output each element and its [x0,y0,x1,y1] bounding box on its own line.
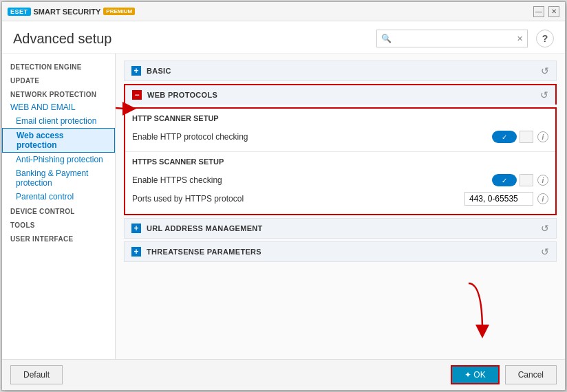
minimize-button[interactable]: — [533,6,544,17]
url-mgmt-refresh-icon[interactable]: ↺ [541,223,549,234]
section-web-protocols[interactable]: − WEB PROTOCOLS ↺ [124,84,557,105]
sidebar-section-network: NETWORK PROTECTION [2,87,115,100]
web-protocols-collapse-icon[interactable]: − [132,90,142,100]
ports-https-input[interactable] [464,192,533,206]
sidebar-item-email-client[interactable]: Email client protection [2,114,115,128]
web-protocols-wrapper: − WEB PROTOCOLS ↺ HTTP SCANNER SETUP Ena… [124,84,557,215]
url-mgmt-label: URL ADDRESS MANAGEMENT [147,224,263,232]
footer: Default ✦ OK Cancel [2,359,565,390]
toggle-check-icon: ✓ [502,133,507,141]
basic-refresh-icon[interactable]: ↺ [541,65,549,76]
enable-https-label: Enable HTTPS checking [132,175,492,185]
ports-https-row: Ports used by HTTPS protocol i [132,189,548,208]
search-clear-button[interactable]: ✕ [513,34,527,43]
titlebar-controls: — ✕ [533,6,559,17]
enable-https-row: Enable HTTPS checking ✓ i [132,171,548,189]
enable-http-toggle-wrap: ✓ [492,131,533,143]
enable-https-toggle[interactable]: ✓ [492,174,517,186]
search-box: 🔍 ✕ [376,30,528,47]
ports-https-label: Ports used by HTTPS protocol [132,194,464,204]
enable-http-toggle[interactable]: ✓ [492,131,517,143]
sidebar-section-device: DEVICE CONTROL [2,204,115,217]
http-scanner-title: HTTP SCANNER SETUP [132,114,548,122]
toggle-check-https-icon: ✓ [502,177,507,184]
section-threatsense[interactable]: + THREATSENSE PARAMETERS ↺ [124,241,557,262]
sidebar-item-parental[interactable]: Parental control [2,190,115,204]
enable-https-toggle-wrap: ✓ [492,174,533,186]
main-content: DETECTION ENGINE UPDATE NETWORK PROTECTI… [2,54,565,359]
basic-expand-icon[interactable]: + [131,66,141,76]
red-arrow-2 [427,276,510,359]
product-name: SMART SECURITY [34,8,101,16]
eset-badge: ESET [8,8,31,16]
sidebar-item-antiphishing[interactable]: Anti-Phishing protection [2,153,115,166]
ports-https-info-icon[interactable]: i [537,193,548,204]
https-scanner-title: HTTPS SCANNER SETUP [132,157,548,166]
eset-logo: ESET SMART SECURITY PREMIUM [8,8,135,16]
threatsense-refresh-icon[interactable]: ↺ [541,246,549,257]
sidebar-section-tools: TOOLS [2,217,115,231]
enable-https-toggle-box [520,174,533,186]
http-scanner-section: HTTP SCANNER SETUP Enable HTTP protocol … [125,109,555,152]
titlebar: ESET SMART SECURITY PREMIUM — ✕ [2,2,565,21]
main-window: ESET SMART SECURITY PREMIUM — ✕ Advanced… [1,1,566,391]
close-button[interactable]: ✕ [548,6,559,17]
sidebar-section-detection: DETECTION ENGINE [2,59,115,73]
enable-http-toggle-box [520,131,533,143]
enable-http-label: Enable HTTP protocol checking [132,132,492,142]
threatsense-expand-icon[interactable]: + [131,247,141,257]
page-title: Advanced setup [13,31,111,47]
sidebar-section-update: UPDATE [2,73,115,87]
section-url-mgmt[interactable]: + URL ADDRESS MANAGEMENT ↺ [124,218,557,239]
content-area: + BASIC ↺ − WEB PROTOCOLS ↺ HTTP SCANNER… [116,54,565,359]
section-basic[interactable]: + BASIC ↺ [124,61,557,81]
ok-button[interactable]: ✦ OK [451,365,500,384]
default-button[interactable]: Default [10,365,63,384]
search-icon: 🔍 [377,34,396,43]
web-protocols-refresh-icon[interactable]: ↺ [540,89,548,100]
basic-label: BASIC [147,67,171,75]
sidebar-section-ui: USER INTERFACE [2,231,115,245]
search-input[interactable] [396,30,513,47]
enable-http-row: Enable HTTP protocol checking ✓ i [132,128,548,146]
url-mgmt-expand-icon[interactable]: + [131,224,141,233]
header: Advanced setup 🔍 ✕ ? [2,21,565,54]
cancel-button[interactable]: Cancel [505,365,557,384]
premium-badge: PREMIUM [103,8,135,15]
https-scanner-section: HTTPS SCANNER SETUP Enable HTTPS checkin… [125,152,555,214]
threatsense-label: THREATSENSE PARAMETERS [147,248,261,256]
enable-https-info-icon[interactable]: i [537,175,548,186]
sidebar-item-web-access[interactable]: Web access protection [2,128,115,153]
titlebar-left: ESET SMART SECURITY PREMIUM [8,8,135,16]
sidebar: DETECTION ENGINE UPDATE NETWORK PROTECTI… [2,54,116,359]
sidebar-item-web-and-email[interactable]: WEB AND EMAIL [2,100,115,114]
enable-http-info-icon[interactable]: i [537,131,548,142]
web-protocols-content: HTTP SCANNER SETUP Enable HTTP protocol … [124,107,557,215]
web-protocols-label: WEB PROTOCOLS [147,91,217,99]
sidebar-item-banking[interactable]: Banking & Payment protection [2,166,115,190]
help-button[interactable]: ? [536,30,554,47]
